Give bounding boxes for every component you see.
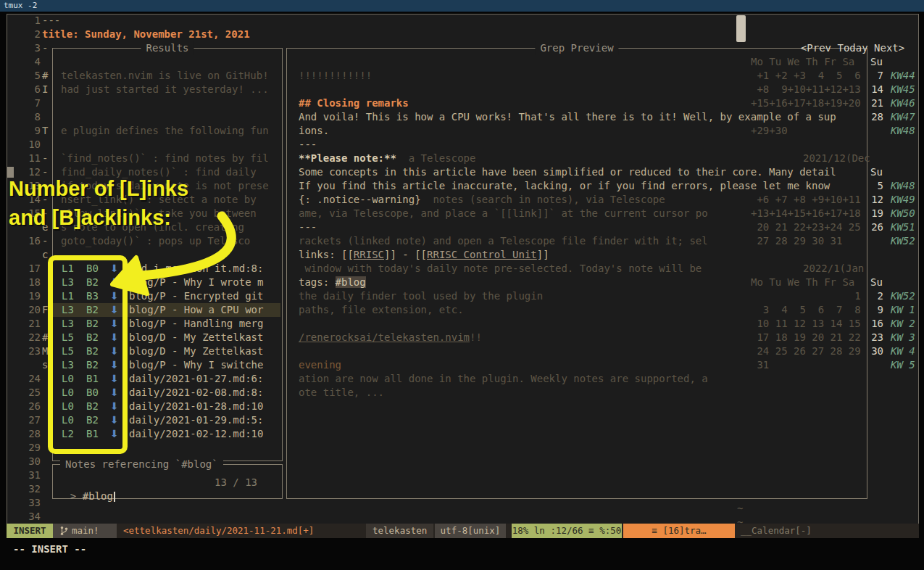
calendar-day[interactable]: 9 [867, 303, 883, 317]
git-branch: main! [53, 524, 117, 538]
calendar-nav-prev[interactable]: <Prev [801, 42, 831, 54]
line-number: 4 [19, 55, 41, 69]
line-number: 26 [19, 400, 41, 413]
calendar-day[interactable]: 26 [867, 220, 883, 234]
line-number: 2 [19, 28, 41, 41]
match-counter: 13 / 13 [215, 476, 257, 490]
line-number: 17 [19, 262, 41, 276]
calendar-week-number: KW50 [891, 207, 915, 220]
preview-line: rackets (linked note) and open a Telesco… [299, 234, 708, 248]
line-number: 5 [19, 69, 41, 83]
preview-text: ote title, ... [299, 387, 384, 398]
preview-line: tags: #blog [299, 276, 366, 289]
preview-line: paths, file extension, etc. [299, 303, 464, 317]
calendar-day[interactable]: 16 [867, 317, 883, 331]
calendar-day[interactable]: 12 [867, 193, 883, 207]
plugin-name: telekasten [366, 524, 433, 538]
buffer-text: c [42, 248, 48, 262]
buffer-title: title: Sunday, November 21st, 2021 [42, 28, 250, 41]
calendar-days-dim: 1 [751, 289, 861, 303]
calendar-day[interactable]: 5 [867, 179, 883, 193]
prompt-query: #blog [83, 490, 113, 502]
preview-line: {: .notice--warning} notes (search in no… [299, 193, 665, 207]
preview-text: notes (search in notes), via Telescope [421, 194, 665, 205]
line-number: 27 [19, 413, 41, 427]
line-number: 24 [19, 372, 41, 386]
buffer-text: I [42, 83, 48, 96]
prompt-title: Notes referencing `#blog` [60, 458, 223, 471]
preview-line: ## Closing remarks [299, 96, 409, 110]
line-number: 28 [19, 427, 41, 441]
results-title: Results [141, 41, 193, 55]
calendar-nav-next[interactable]: Next> [874, 42, 904, 54]
buffer-text: --- [42, 14, 60, 28]
calendar-days-dim: 20 21 22+23+24 25 [751, 220, 861, 234]
preview-text: ]] [537, 249, 549, 260]
prompt-input[interactable]: > #blog [58, 476, 115, 490]
calendar-days-dim: +13+14+15+16+17+18 [751, 207, 861, 220]
calendar-day-header: Su [870, 55, 883, 69]
calendar-week-number: KW49 [891, 193, 915, 207]
result-text: blog/D - My Zettelkast [129, 331, 263, 344]
result-text: blog/P - Why I wrote m [129, 276, 263, 289]
result-text: blog/D - My Zettelkast [129, 344, 263, 358]
branch-icon [60, 526, 68, 536]
preview-line: --- [299, 138, 317, 152]
wiki-link[interactable]: RRISC Control Unit [427, 249, 537, 260]
preview-text: If you find this article inaccurate, lac… [299, 180, 830, 191]
calendar-day[interactable]: 21 [867, 96, 883, 110]
line-number: 1 [19, 14, 41, 28]
line-number: 23 [19, 344, 41, 358]
preview-text: evening [299, 359, 341, 371]
preview-line: ame, via Telescope, and place a `[[link]… [299, 207, 708, 220]
line-number: 22 [19, 331, 41, 344]
result-text: daily/2021-02-08.md:8: [129, 386, 263, 400]
calendar-nav-today[interactable]: Today [837, 42, 867, 54]
calendar-day[interactable]: 7 [867, 69, 883, 83]
preview-text: **Please note:** [299, 152, 396, 164]
line-number: 30 [19, 455, 41, 468]
calendar-week-number: KW46 [891, 96, 915, 110]
result-text: blog/P - Why I switche [129, 358, 263, 372]
result-text: did i mention it.md:8: [129, 262, 263, 276]
calendar-day[interactable]: 28 [867, 110, 883, 124]
calendar-day[interactable]: 23 [867, 331, 883, 344]
url-link[interactable]: /renerocksai/telekasten.nvim [299, 331, 470, 343]
preview-line: !!!!!!!!!!!! [299, 69, 372, 83]
calendar-day[interactable]: 19 [867, 207, 883, 220]
line-number: 8 [19, 110, 41, 124]
calendar-days-dim: 3 4 5 6 7 8 [751, 303, 861, 317]
calendar-week-number: KW 5 [891, 358, 915, 372]
calendar-week-number: KW52 [891, 289, 915, 303]
buffer-text: - [42, 152, 48, 165]
preview-text: window with today's daily note pre-selec… [299, 263, 702, 274]
calendar-week-number: KW45 [891, 83, 915, 96]
preview-text: --- [299, 221, 317, 233]
titlebar-text: tmux -2 [4, 1, 37, 10]
calendar-day[interactable]: 30 [867, 344, 883, 358]
annotation-line1: Number of [L]inks [9, 174, 188, 203]
calendar-days-dim: 24 25 26 27 28 29 [751, 344, 861, 358]
line-number: 18 [19, 276, 41, 289]
buffer-text: T [42, 124, 48, 138]
line-number: 33 [19, 496, 41, 510]
line-number: 19 [19, 289, 41, 303]
preview-line: evening [299, 358, 341, 372]
encoding-indicator: utf-8[unix] [435, 524, 506, 538]
calendar-week-number: KW 4 [891, 344, 915, 358]
line-number: 25 [19, 386, 41, 400]
mode-indicator: INSERT [7, 524, 53, 538]
preview-line: window with today's daily note pre-selec… [299, 262, 702, 276]
calendar-week-number: KW 1 [891, 303, 915, 317]
preview-line: ation are now all done in the plugin. We… [299, 372, 708, 386]
calendar-day[interactable]: 2 [867, 289, 883, 303]
preview-line: ions. [299, 124, 329, 138]
preview-line: /renerocksai/telekasten.nvim!! [299, 331, 482, 344]
calendar-week-number: KW 2 [891, 317, 915, 331]
calendar-days-dim: 10 11 12 13 14 15 [751, 317, 861, 331]
tmux-titlebar: tmux -2 [0, 0, 924, 12]
result-text: daily/2021-01-27.md:6: [129, 372, 263, 386]
wiki-link[interactable]: RRISC [354, 249, 384, 260]
line-number: 32 [19, 482, 41, 496]
calendar-day[interactable]: 14 [867, 83, 883, 96]
